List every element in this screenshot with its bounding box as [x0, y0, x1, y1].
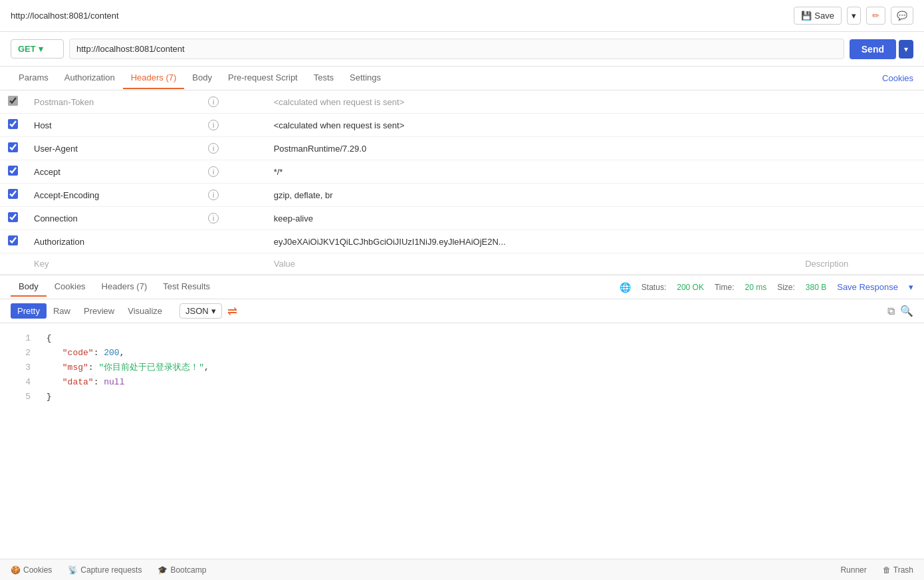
key-cell: Host: [26, 114, 200, 137]
trash-item[interactable]: 🗑 Trash: [883, 565, 913, 575]
search-button[interactable]: 🔍: [900, 305, 913, 317]
header-checkbox[interactable]: [8, 166, 18, 176]
json-value: null: [104, 377, 124, 387]
view-tab-visualize[interactable]: Visualize: [121, 303, 169, 319]
empty-desc-cell[interactable]: Description: [797, 253, 924, 275]
cookies-link[interactable]: Cookies: [882, 68, 913, 88]
tab-tests[interactable]: Tests: [306, 67, 342, 89]
desc-cell: [797, 114, 924, 137]
key-cell: Authorization: [26, 230, 200, 253]
tab-settings[interactable]: Settings: [342, 67, 389, 89]
desc-cell: [797, 230, 924, 253]
status-label: Status:: [641, 283, 666, 292]
view-tab-raw[interactable]: Raw: [47, 303, 77, 319]
table-row: User-Agent i PostmanRuntime/7.29.0: [0, 137, 924, 160]
value-cell: keep-alive: [266, 207, 797, 230]
empty-checkbox-cell: [0, 253, 26, 275]
response-tab-headers[interactable]: Headers (7): [94, 277, 156, 297]
tab-params[interactable]: Params: [11, 67, 57, 89]
size-label: Size:: [777, 283, 795, 292]
checkbox-cell[interactable]: [0, 184, 26, 207]
key-cell: Postman-Token: [26, 90, 200, 114]
empty-row: Key Value Description: [0, 253, 924, 275]
save-response-chevron[interactable]: ▾: [909, 282, 913, 292]
json-key: "msg": [62, 362, 88, 372]
save-button[interactable]: 💾 Save: [794, 7, 842, 25]
json-line-4: 4 "data": null: [11, 375, 913, 390]
runner-item[interactable]: Runner: [840, 565, 866, 575]
key-cell: Accept: [26, 160, 200, 184]
method-select[interactable]: GET ▾: [11, 39, 64, 59]
send-button[interactable]: Send: [850, 39, 896, 59]
runner-label: Runner: [840, 565, 866, 575]
info-icon[interactable]: i: [208, 213, 219, 223]
capture-requests-item[interactable]: 📡 Capture requests: [68, 565, 142, 575]
info-icon[interactable]: i: [208, 166, 219, 177]
table-row: Connection i keep-alive: [0, 207, 924, 230]
checkbox-cell[interactable]: [0, 137, 26, 160]
json-key: "data": [62, 377, 94, 387]
header-checkbox[interactable]: [8, 142, 18, 152]
value-cell: */*: [266, 160, 797, 184]
table-row: Authorization eyJ0eXAiOiJKV1QiLCJhbGciOi…: [0, 230, 924, 253]
cookies-status-item[interactable]: 🍪 Cookies: [11, 565, 52, 575]
save-label: Save: [814, 11, 834, 21]
json-brace-open: {: [47, 333, 52, 343]
tab-headers[interactable]: Headers (7): [123, 67, 185, 89]
key-cell: Accept-Encoding: [26, 184, 200, 207]
copy-button[interactable]: ⧉: [887, 305, 895, 317]
response-tab-test-results[interactable]: Test Results: [155, 277, 218, 297]
response-tab-body[interactable]: Body: [11, 277, 47, 297]
bootcamp-item[interactable]: 🎓 Bootcamp: [158, 565, 206, 575]
header-checkbox[interactable]: [8, 212, 18, 222]
headers-table: Postman-Token i <calculated when request…: [0, 90, 924, 275]
header-checkbox[interactable]: [8, 96, 18, 106]
desc-cell: [797, 207, 924, 230]
info-icon[interactable]: i: [208, 190, 219, 200]
header-checkbox[interactable]: [8, 119, 18, 129]
url-input[interactable]: [69, 39, 844, 59]
empty-key-cell[interactable]: Key: [26, 253, 200, 275]
checkbox-cell[interactable]: [0, 207, 26, 230]
save-dropdown-button[interactable]: ▾: [847, 7, 861, 25]
value-cell: eyJ0eXAiOiJKV1QiLCJhbGciOiJIUzI1NiJ9.eyJ…: [266, 230, 797, 253]
bootcamp-label: Bootcamp: [170, 565, 206, 575]
info-icon[interactable]: i: [208, 96, 219, 107]
checkbox-cell[interactable]: [0, 160, 26, 184]
json-line-1: 1 {: [11, 331, 913, 346]
save-icon: 💾: [801, 11, 812, 21]
checkbox-cell[interactable]: [0, 230, 26, 253]
cookies-label: Cookies: [23, 565, 52, 575]
key-cell: User-Agent: [26, 137, 200, 160]
json-value: 200: [104, 348, 119, 358]
empty-value-cell[interactable]: Value: [266, 253, 797, 275]
tab-pre-request-script[interactable]: Pre-request Script: [220, 67, 306, 89]
empty-info-cell: [200, 253, 266, 275]
checkbox-cell[interactable]: [0, 90, 26, 114]
info-cell: i: [200, 184, 266, 207]
header-checkbox[interactable]: [8, 235, 18, 245]
response-tab-cookies[interactable]: Cookies: [47, 277, 94, 297]
send-dropdown-button[interactable]: ▾: [899, 40, 913, 59]
info-icon[interactable]: i: [208, 120, 219, 130]
edit-button[interactable]: ✏: [866, 7, 885, 25]
json-line-3: 3 "msg": "你目前处于已登录状态！",: [11, 361, 913, 375]
info-icon[interactable]: i: [208, 143, 219, 154]
tab-body[interactable]: Body: [184, 67, 220, 89]
value-cell: <calculated when request is sent>: [266, 90, 797, 114]
checkbox-cell[interactable]: [0, 114, 26, 137]
save-response-button[interactable]: Save Response: [837, 282, 898, 292]
header-checkbox[interactable]: [8, 189, 18, 199]
comment-button[interactable]: 💬: [891, 7, 913, 25]
json-line-2: 2 "code": 200,: [11, 346, 913, 361]
table-row: Postman-Token i <calculated when request…: [0, 90, 924, 114]
view-tab-preview[interactable]: Preview: [77, 303, 121, 319]
wrap-button[interactable]: ⇌: [227, 304, 237, 319]
size-value: 380 B: [806, 283, 826, 292]
view-tab-pretty[interactable]: Pretty: [11, 303, 47, 319]
trash-label: Trash: [893, 565, 913, 575]
format-select[interactable]: JSON ▾: [179, 303, 222, 319]
tab-authorization[interactable]: Authorization: [57, 67, 123, 89]
globe-icon: 🌐: [620, 282, 631, 293]
view-actions: ⧉ 🔍: [887, 305, 913, 317]
